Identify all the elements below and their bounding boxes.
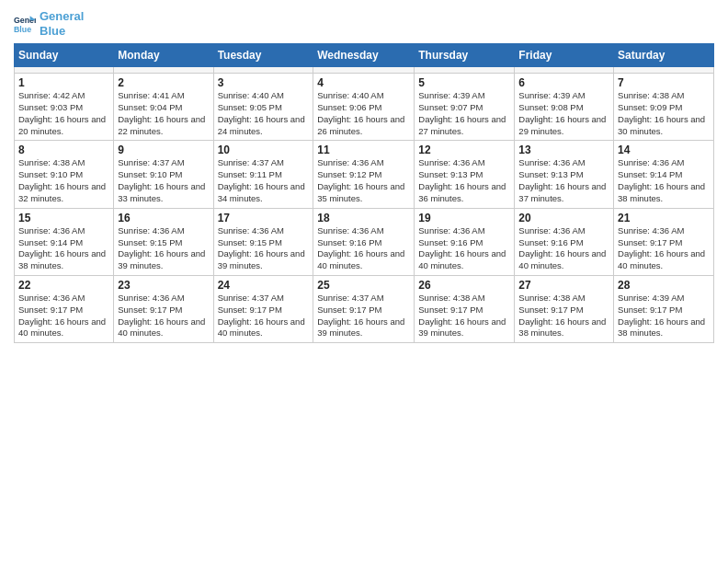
- table-row: 18Sunrise: 4:36 AM Sunset: 9:16 PM Dayli…: [313, 208, 415, 275]
- day-number: 19: [418, 212, 510, 224]
- table-row: [614, 67, 714, 74]
- calendar-week-3: 8Sunrise: 4:38 AM Sunset: 9:10 PM Daylig…: [15, 141, 714, 208]
- svg-text:Blue: Blue: [14, 24, 31, 33]
- day-info: Sunrise: 4:36 AM Sunset: 9:12 PM Dayligh…: [317, 157, 410, 204]
- table-row: 26Sunrise: 4:38 AM Sunset: 9:17 PM Dayli…: [415, 275, 515, 342]
- day-number: 6: [518, 76, 609, 89]
- calendar-week-1: [15, 67, 714, 74]
- table-row: 17Sunrise: 4:36 AM Sunset: 9:15 PM Dayli…: [213, 208, 313, 275]
- table-row: 1Sunrise: 4:42 AM Sunset: 9:03 PM Daylig…: [15, 74, 114, 141]
- day-info: Sunrise: 4:36 AM Sunset: 9:16 PM Dayligh…: [518, 225, 609, 272]
- day-number: 11: [317, 144, 410, 156]
- calendar-table: Sunday Monday Tuesday Wednesday Thursday…: [14, 43, 714, 343]
- calendar-week-5: 22Sunrise: 4:36 AM Sunset: 9:17 PM Dayli…: [15, 275, 714, 342]
- day-info: Sunrise: 4:40 AM Sunset: 9:06 PM Dayligh…: [317, 90, 410, 137]
- day-number: 20: [518, 212, 609, 224]
- col-wednesday: Wednesday: [313, 44, 415, 67]
- day-number: 12: [418, 144, 510, 156]
- table-row: 27Sunrise: 4:38 AM Sunset: 9:17 PM Dayli…: [515, 275, 614, 342]
- table-row: [114, 67, 213, 74]
- table-row: 9Sunrise: 4:37 AM Sunset: 9:10 PM Daylig…: [114, 141, 213, 208]
- col-friday: Friday: [515, 44, 614, 67]
- table-row: 14Sunrise: 4:36 AM Sunset: 9:14 PM Dayli…: [614, 141, 714, 208]
- day-info: Sunrise: 4:40 AM Sunset: 9:05 PM Dayligh…: [218, 90, 310, 137]
- day-info: Sunrise: 4:37 AM Sunset: 9:17 PM Dayligh…: [317, 293, 410, 339]
- table-row: 28Sunrise: 4:39 AM Sunset: 9:17 PM Dayli…: [614, 275, 714, 342]
- day-info: Sunrise: 4:39 AM Sunset: 9:07 PM Dayligh…: [418, 90, 510, 137]
- col-thursday: Thursday: [415, 44, 515, 67]
- table-row: 13Sunrise: 4:36 AM Sunset: 9:13 PM Dayli…: [515, 141, 614, 208]
- day-info: Sunrise: 4:39 AM Sunset: 9:08 PM Dayligh…: [518, 90, 609, 137]
- calendar-week-2: 1Sunrise: 4:42 AM Sunset: 9:03 PM Daylig…: [15, 74, 714, 141]
- day-number: 22: [18, 279, 109, 292]
- day-number: 25: [317, 279, 410, 292]
- day-info: Sunrise: 4:41 AM Sunset: 9:04 PM Dayligh…: [118, 90, 209, 137]
- table-row: 24Sunrise: 4:37 AM Sunset: 9:17 PM Dayli…: [213, 275, 313, 342]
- table-row: 4Sunrise: 4:40 AM Sunset: 9:06 PM Daylig…: [313, 74, 415, 141]
- day-info: Sunrise: 4:38 AM Sunset: 9:17 PM Dayligh…: [418, 293, 510, 339]
- day-number: 3: [218, 76, 310, 89]
- logo-text: GeneralBlue: [40, 9, 84, 38]
- col-monday: Monday: [114, 44, 213, 67]
- day-number: 5: [418, 76, 510, 89]
- table-row: 8Sunrise: 4:38 AM Sunset: 9:10 PM Daylig…: [15, 141, 114, 208]
- table-row: [415, 67, 515, 74]
- day-info: Sunrise: 4:37 AM Sunset: 9:17 PM Dayligh…: [218, 293, 310, 339]
- table-row: 2Sunrise: 4:41 AM Sunset: 9:04 PM Daylig…: [114, 74, 213, 141]
- logo-icon: General Blue: [14, 13, 36, 35]
- day-info: Sunrise: 4:37 AM Sunset: 9:11 PM Dayligh…: [218, 157, 310, 204]
- day-number: 7: [618, 76, 710, 89]
- day-number: 13: [518, 144, 609, 156]
- day-info: Sunrise: 4:39 AM Sunset: 9:17 PM Dayligh…: [618, 293, 710, 339]
- logo: General Blue GeneralBlue: [14, 9, 84, 38]
- table-row: [313, 67, 415, 74]
- day-info: Sunrise: 4:36 AM Sunset: 9:13 PM Dayligh…: [418, 157, 510, 204]
- table-row: 12Sunrise: 4:36 AM Sunset: 9:13 PM Dayli…: [415, 141, 515, 208]
- table-row: [15, 67, 114, 74]
- day-info: Sunrise: 4:36 AM Sunset: 9:14 PM Dayligh…: [618, 157, 710, 204]
- table-row: 25Sunrise: 4:37 AM Sunset: 9:17 PM Dayli…: [313, 275, 415, 342]
- day-info: Sunrise: 4:36 AM Sunset: 9:16 PM Dayligh…: [317, 225, 410, 272]
- day-info: Sunrise: 4:38 AM Sunset: 9:10 PM Dayligh…: [18, 157, 109, 204]
- day-info: Sunrise: 4:36 AM Sunset: 9:13 PM Dayligh…: [518, 157, 609, 204]
- table-row: 7Sunrise: 4:38 AM Sunset: 9:09 PM Daylig…: [614, 74, 714, 141]
- col-tuesday: Tuesday: [213, 44, 313, 67]
- day-number: 28: [618, 279, 710, 292]
- table-row: 21Sunrise: 4:36 AM Sunset: 9:17 PM Dayli…: [614, 208, 714, 275]
- table-row: 20Sunrise: 4:36 AM Sunset: 9:16 PM Dayli…: [515, 208, 614, 275]
- table-row: 10Sunrise: 4:37 AM Sunset: 9:11 PM Dayli…: [213, 141, 313, 208]
- day-number: 24: [218, 279, 310, 292]
- day-number: 15: [18, 212, 109, 224]
- table-row: 6Sunrise: 4:39 AM Sunset: 9:08 PM Daylig…: [515, 74, 614, 141]
- calendar-week-4: 15Sunrise: 4:36 AM Sunset: 9:14 PM Dayli…: [15, 208, 714, 275]
- svg-text:General: General: [14, 16, 36, 25]
- day-info: Sunrise: 4:36 AM Sunset: 9:17 PM Dayligh…: [118, 293, 209, 339]
- day-number: 27: [518, 279, 609, 292]
- table-row: 22Sunrise: 4:36 AM Sunset: 9:17 PM Dayli…: [15, 275, 114, 342]
- col-sunday: Sunday: [15, 44, 114, 67]
- day-info: Sunrise: 4:36 AM Sunset: 9:17 PM Dayligh…: [18, 293, 109, 339]
- day-number: 23: [118, 279, 209, 292]
- day-number: 8: [18, 144, 109, 156]
- day-number: 17: [218, 212, 310, 224]
- day-info: Sunrise: 4:38 AM Sunset: 9:17 PM Dayligh…: [518, 293, 609, 339]
- table-row: [515, 67, 614, 74]
- day-info: Sunrise: 4:37 AM Sunset: 9:10 PM Dayligh…: [118, 157, 209, 204]
- table-row: 23Sunrise: 4:36 AM Sunset: 9:17 PM Dayli…: [114, 275, 213, 342]
- header: General Blue GeneralBlue: [14, 9, 714, 38]
- day-number: 10: [218, 144, 310, 156]
- day-number: 1: [18, 76, 109, 89]
- day-info: Sunrise: 4:36 AM Sunset: 9:17 PM Dayligh…: [618, 225, 710, 272]
- day-number: 14: [618, 144, 710, 156]
- table-row: [213, 67, 313, 74]
- table-row: 19Sunrise: 4:36 AM Sunset: 9:16 PM Dayli…: [415, 208, 515, 275]
- day-number: 21: [618, 212, 710, 224]
- day-number: 9: [118, 144, 209, 156]
- table-row: 15Sunrise: 4:36 AM Sunset: 9:14 PM Dayli…: [15, 208, 114, 275]
- page: General Blue GeneralBlue Sunday Monday T…: [0, 0, 728, 563]
- day-info: Sunrise: 4:36 AM Sunset: 9:15 PM Dayligh…: [218, 225, 310, 272]
- day-info: Sunrise: 4:36 AM Sunset: 9:14 PM Dayligh…: [18, 225, 109, 272]
- day-number: 16: [118, 212, 209, 224]
- table-row: 11Sunrise: 4:36 AM Sunset: 9:12 PM Dayli…: [313, 141, 415, 208]
- day-info: Sunrise: 4:38 AM Sunset: 9:09 PM Dayligh…: [618, 90, 710, 137]
